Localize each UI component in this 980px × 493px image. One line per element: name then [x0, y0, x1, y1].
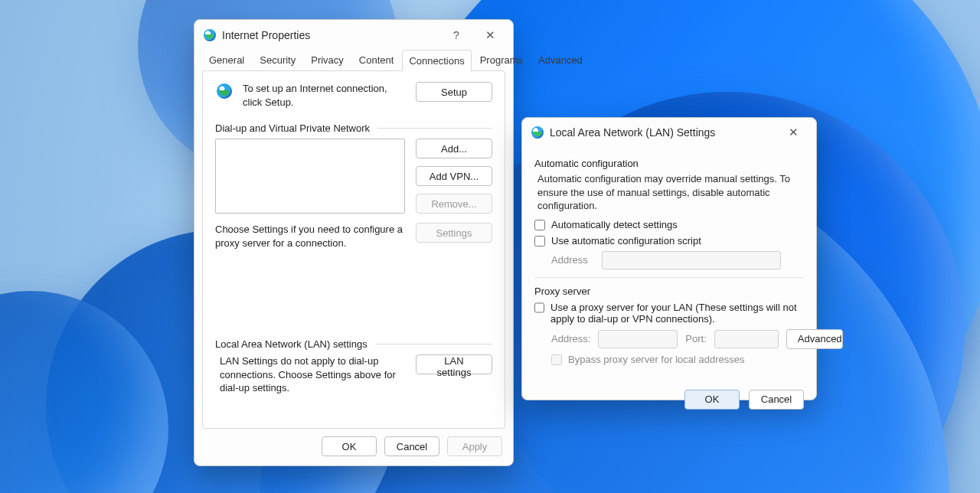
- connections-list[interactable]: [215, 139, 405, 214]
- use-proxy-input[interactable]: [534, 302, 544, 313]
- connection-settings-button[interactable]: Settings: [416, 223, 492, 243]
- dialog-footer: OK Cancel Apply: [194, 429, 513, 465]
- lan-settings-window: Local Area Network (LAN) Settings ✕ Auto…: [521, 117, 817, 400]
- use-proxy-checkbox[interactable]: Use a proxy server for your LAN (These s…: [534, 302, 804, 325]
- bypass-local-label: Bypass proxy server for local addresses: [568, 354, 744, 365]
- dialup-group-label: Dial-up and Virtual Private Network: [215, 122, 492, 134]
- lan-body: Automatic configuration Automatic config…: [522, 147, 816, 379]
- auto-script-label: Use automatic configuration script: [551, 235, 701, 246]
- setup-button[interactable]: Setup: [416, 82, 492, 102]
- choose-settings-desc: Choose Settings if you need to configure…: [215, 223, 405, 250]
- section-divider: [534, 277, 804, 278]
- script-address-label: Address: [551, 254, 594, 266]
- remove-button[interactable]: Remove...: [416, 194, 492, 214]
- lan-settings-button[interactable]: LAN settings: [416, 354, 492, 374]
- auto-config-title: Automatic configuration: [534, 158, 804, 169]
- auto-detect-checkbox[interactable]: Automatically detect settings: [534, 219, 804, 230]
- dialup-group-text: Dial-up and Virtual Private Network: [215, 122, 370, 134]
- lan-desc: LAN Settings do not apply to dial-up con…: [220, 354, 405, 395]
- globe-icon: [217, 83, 232, 99]
- ok-button[interactable]: OK: [684, 390, 740, 410]
- internet-options-icon: [531, 126, 544, 139]
- use-proxy-label: Use a proxy server for your LAN (These s…: [550, 302, 804, 325]
- tab-privacy[interactable]: Privacy: [304, 49, 351, 70]
- window-title: Local Area Network (LAN) Settings: [550, 126, 776, 139]
- auto-script-checkbox[interactable]: Use automatic configuration script: [534, 235, 804, 246]
- auto-detect-input[interactable]: [534, 220, 545, 230]
- tab-general[interactable]: General: [202, 49, 251, 70]
- titlebar[interactable]: Internet Properties ? ✕: [194, 20, 513, 51]
- group-divider: [377, 128, 492, 129]
- group-divider: [375, 344, 492, 344]
- lan-group-text: Local Area Network (LAN) settings: [215, 338, 368, 350]
- auto-script-input[interactable]: [534, 236, 545, 246]
- bypass-local-checkbox[interactable]: Bypass proxy server for local addresses: [551, 354, 804, 365]
- ok-button[interactable]: OK: [322, 436, 377, 456]
- proxy-port-label: Port:: [685, 333, 706, 344]
- internet-options-icon: [204, 29, 216, 41]
- close-button[interactable]: ✕: [776, 120, 810, 145]
- auto-detect-label: Automatically detect settings: [551, 219, 678, 230]
- script-address-input[interactable]: [602, 251, 781, 269]
- proxy-title: Proxy server: [534, 286, 804, 297]
- apply-button[interactable]: Apply: [447, 436, 502, 456]
- help-button[interactable]: ?: [439, 23, 473, 47]
- lan-group-label: Local Area Network (LAN) settings: [215, 338, 492, 350]
- titlebar[interactable]: Local Area Network (LAN) Settings ✕: [522, 118, 816, 147]
- dialog-footer: OK Cancel: [522, 379, 816, 420]
- add-vpn-button[interactable]: Add VPN...: [416, 166, 492, 186]
- tab-programs[interactable]: Programs: [473, 49, 530, 70]
- auto-config-hint: Automatic configuration may override man…: [534, 172, 804, 213]
- bypass-local-input[interactable]: [551, 354, 562, 365]
- setup-description: To set up an Internet connection, click …: [243, 82, 396, 109]
- cancel-button[interactable]: Cancel: [384, 436, 439, 456]
- tab-panel-connections: To set up an Internet connection, click …: [202, 70, 505, 429]
- cancel-button[interactable]: Cancel: [749, 390, 804, 410]
- tab-advanced[interactable]: Advanced: [531, 49, 590, 70]
- window-title: Internet Properties: [222, 29, 439, 41]
- proxy-address-input[interactable]: [598, 330, 678, 348]
- tab-connections[interactable]: Connections: [402, 50, 471, 71]
- tab-content[interactable]: Content: [352, 49, 401, 70]
- advanced-button[interactable]: Advanced: [786, 329, 843, 349]
- close-button[interactable]: ✕: [473, 23, 507, 47]
- tabs: General Security Privacy Content Connect…: [194, 49, 513, 70]
- proxy-address-label: Address:: [551, 333, 590, 344]
- proxy-port-input[interactable]: [714, 330, 779, 348]
- tab-security[interactable]: Security: [253, 49, 302, 70]
- add-button[interactable]: Add...: [416, 139, 492, 158]
- internet-properties-window: Internet Properties ? ✕ General Security…: [194, 19, 514, 466]
